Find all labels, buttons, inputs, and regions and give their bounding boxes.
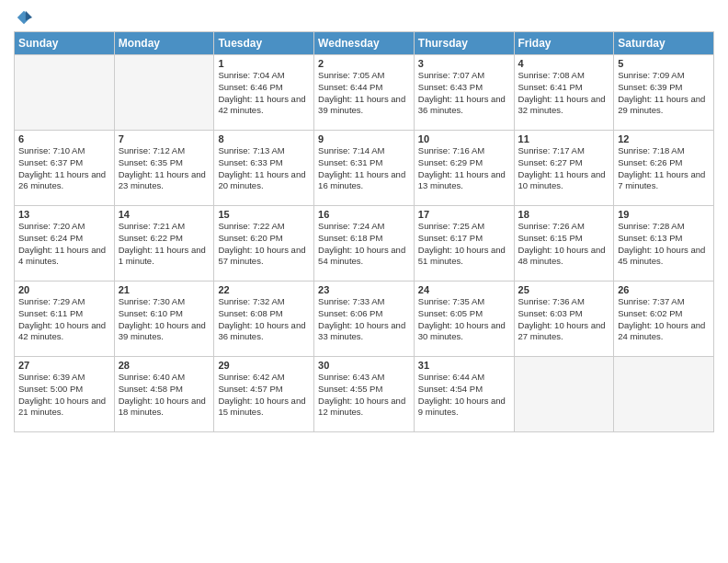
day-info: Sunrise: 7:16 AMSunset: 6:29 PMDaylight:… bbox=[418, 145, 510, 192]
day-number: 3 bbox=[418, 58, 510, 69]
day-number: 13 bbox=[18, 209, 110, 220]
day-info: Sunrise: 7:33 AMSunset: 6:06 PMDaylight:… bbox=[318, 296, 410, 343]
day-number: 9 bbox=[318, 133, 410, 144]
day-info: Sunrise: 7:22 AMSunset: 6:20 PMDaylight:… bbox=[218, 221, 310, 268]
day-info: Sunrise: 7:26 AMSunset: 6:15 PMDaylight:… bbox=[518, 221, 610, 268]
day-info: Sunrise: 6:44 AMSunset: 4:54 PMDaylight:… bbox=[418, 372, 510, 419]
day-info: Sunrise: 6:42 AMSunset: 4:57 PMDaylight:… bbox=[218, 372, 310, 419]
calendar-cell: 14Sunrise: 7:21 AMSunset: 6:22 PMDayligh… bbox=[114, 206, 214, 282]
day-number: 30 bbox=[318, 360, 410, 371]
calendar-cell: 29Sunrise: 6:42 AMSunset: 4:57 PMDayligh… bbox=[214, 357, 314, 432]
calendar-cell: 5Sunrise: 7:09 AMSunset: 6:39 PMDaylight… bbox=[614, 55, 714, 131]
calendar-cell: 23Sunrise: 7:33 AMSunset: 6:06 PMDayligh… bbox=[314, 282, 415, 357]
calendar-cell: 2Sunrise: 7:05 AMSunset: 6:44 PMDaylight… bbox=[314, 55, 415, 131]
calendar-cell bbox=[114, 55, 214, 131]
calendar-week-row: 13Sunrise: 7:20 AMSunset: 6:24 PMDayligh… bbox=[15, 206, 714, 282]
day-number: 25 bbox=[518, 284, 610, 295]
calendar-cell: 12Sunrise: 7:18 AMSunset: 6:26 PMDayligh… bbox=[614, 131, 714, 206]
calendar-cell: 10Sunrise: 7:16 AMSunset: 6:29 PMDayligh… bbox=[414, 131, 514, 206]
day-info: Sunrise: 7:36 AMSunset: 6:03 PMDaylight:… bbox=[518, 296, 610, 343]
calendar-cell: 11Sunrise: 7:17 AMSunset: 6:27 PMDayligh… bbox=[514, 131, 614, 206]
calendar-cell: 17Sunrise: 7:25 AMSunset: 6:17 PMDayligh… bbox=[414, 206, 514, 282]
day-info: Sunrise: 7:13 AMSunset: 6:33 PMDaylight:… bbox=[218, 145, 310, 192]
day-number: 10 bbox=[418, 133, 510, 144]
day-info: Sunrise: 7:10 AMSunset: 6:37 PMDaylight:… bbox=[18, 145, 110, 192]
calendar-header-row: SundayMondayTuesdayWednesdayThursdayFrid… bbox=[15, 32, 714, 55]
day-info: Sunrise: 6:43 AMSunset: 4:55 PMDaylight:… bbox=[318, 372, 410, 419]
calendar-cell: 22Sunrise: 7:32 AMSunset: 6:08 PMDayligh… bbox=[214, 282, 314, 357]
day-info: Sunrise: 7:20 AMSunset: 6:24 PMDaylight:… bbox=[18, 221, 110, 268]
svg-marker-1 bbox=[26, 11, 32, 21]
calendar-cell: 3Sunrise: 7:07 AMSunset: 6:43 PMDaylight… bbox=[414, 55, 514, 131]
calendar-day-header: Friday bbox=[514, 32, 614, 55]
calendar: SundayMondayTuesdayWednesdayThursdayFrid… bbox=[14, 31, 714, 432]
day-number: 24 bbox=[418, 284, 510, 295]
day-info: Sunrise: 7:21 AMSunset: 6:22 PMDaylight:… bbox=[119, 221, 210, 268]
calendar-cell: 31Sunrise: 6:44 AMSunset: 4:54 PMDayligh… bbox=[414, 357, 514, 432]
day-info: Sunrise: 6:40 AMSunset: 4:58 PMDaylight:… bbox=[119, 372, 210, 419]
calendar-day-header: Tuesday bbox=[214, 32, 314, 55]
calendar-week-row: 6Sunrise: 7:10 AMSunset: 6:37 PMDaylight… bbox=[15, 131, 714, 206]
day-number: 23 bbox=[318, 284, 410, 295]
day-number: 18 bbox=[518, 209, 610, 220]
calendar-cell: 26Sunrise: 7:37 AMSunset: 6:02 PMDayligh… bbox=[614, 282, 714, 357]
calendar-cell: 13Sunrise: 7:20 AMSunset: 6:24 PMDayligh… bbox=[15, 206, 115, 282]
day-info: Sunrise: 7:30 AMSunset: 6:10 PMDaylight:… bbox=[119, 296, 210, 343]
day-number: 12 bbox=[618, 133, 710, 144]
day-number: 28 bbox=[119, 360, 210, 371]
calendar-day-header: Thursday bbox=[414, 32, 514, 55]
day-number: 15 bbox=[218, 209, 310, 220]
day-number: 22 bbox=[218, 284, 310, 295]
day-number: 31 bbox=[418, 360, 510, 371]
day-number: 7 bbox=[119, 133, 210, 144]
day-info: Sunrise: 7:28 AMSunset: 6:13 PMDaylight:… bbox=[618, 221, 710, 268]
day-number: 17 bbox=[418, 209, 510, 220]
day-number: 11 bbox=[518, 133, 610, 144]
calendar-cell: 20Sunrise: 7:29 AMSunset: 6:11 PMDayligh… bbox=[15, 282, 115, 357]
day-info: Sunrise: 7:32 AMSunset: 6:08 PMDaylight:… bbox=[218, 296, 310, 343]
day-number: 8 bbox=[218, 133, 310, 144]
day-number: 20 bbox=[18, 284, 110, 295]
day-number: 21 bbox=[119, 284, 210, 295]
calendar-cell: 6Sunrise: 7:10 AMSunset: 6:37 PMDaylight… bbox=[15, 131, 115, 206]
calendar-cell: 28Sunrise: 6:40 AMSunset: 4:58 PMDayligh… bbox=[114, 357, 214, 432]
calendar-cell: 30Sunrise: 6:43 AMSunset: 4:55 PMDayligh… bbox=[314, 357, 415, 432]
day-number: 2 bbox=[318, 58, 410, 69]
calendar-cell: 8Sunrise: 7:13 AMSunset: 6:33 PMDaylight… bbox=[214, 131, 314, 206]
calendar-week-row: 1Sunrise: 7:04 AMSunset: 6:46 PMDaylight… bbox=[15, 55, 714, 131]
day-number: 14 bbox=[119, 209, 210, 220]
day-info: Sunrise: 7:29 AMSunset: 6:11 PMDaylight:… bbox=[18, 296, 110, 343]
calendar-cell: 25Sunrise: 7:36 AMSunset: 6:03 PMDayligh… bbox=[514, 282, 614, 357]
calendar-day-header: Saturday bbox=[614, 32, 714, 55]
calendar-day-header: Sunday bbox=[15, 32, 115, 55]
day-info: Sunrise: 7:07 AMSunset: 6:43 PMDaylight:… bbox=[418, 70, 510, 117]
day-number: 4 bbox=[518, 58, 610, 69]
calendar-cell: 18Sunrise: 7:26 AMSunset: 6:15 PMDayligh… bbox=[514, 206, 614, 282]
logo-text bbox=[14, 9, 32, 26]
day-info: Sunrise: 7:35 AMSunset: 6:05 PMDaylight:… bbox=[418, 296, 510, 343]
calendar-cell: 7Sunrise: 7:12 AMSunset: 6:35 PMDaylight… bbox=[114, 131, 214, 206]
calendar-cell: 15Sunrise: 7:22 AMSunset: 6:20 PMDayligh… bbox=[214, 206, 314, 282]
day-info: Sunrise: 6:39 AMSunset: 5:00 PMDaylight:… bbox=[18, 372, 110, 419]
calendar-cell: 4Sunrise: 7:08 AMSunset: 6:41 PMDaylight… bbox=[514, 55, 614, 131]
calendar-cell bbox=[514, 357, 614, 432]
calendar-cell: 9Sunrise: 7:14 AMSunset: 6:31 PMDaylight… bbox=[314, 131, 415, 206]
calendar-cell: 24Sunrise: 7:35 AMSunset: 6:05 PMDayligh… bbox=[414, 282, 514, 357]
calendar-cell: 19Sunrise: 7:28 AMSunset: 6:13 PMDayligh… bbox=[614, 206, 714, 282]
day-info: Sunrise: 7:05 AMSunset: 6:44 PMDaylight:… bbox=[318, 70, 410, 117]
day-info: Sunrise: 7:24 AMSunset: 6:18 PMDaylight:… bbox=[318, 221, 410, 268]
day-info: Sunrise: 7:25 AMSunset: 6:17 PMDaylight:… bbox=[418, 221, 510, 268]
logo bbox=[14, 9, 32, 26]
calendar-cell: 21Sunrise: 7:30 AMSunset: 6:10 PMDayligh… bbox=[114, 282, 214, 357]
day-info: Sunrise: 7:04 AMSunset: 6:46 PMDaylight:… bbox=[218, 70, 310, 117]
calendar-cell: 16Sunrise: 7:24 AMSunset: 6:18 PMDayligh… bbox=[314, 206, 415, 282]
day-info: Sunrise: 7:18 AMSunset: 6:26 PMDaylight:… bbox=[618, 145, 710, 192]
calendar-week-row: 27Sunrise: 6:39 AMSunset: 5:00 PMDayligh… bbox=[15, 357, 714, 432]
calendar-cell bbox=[614, 357, 714, 432]
day-number: 16 bbox=[318, 209, 410, 220]
day-info: Sunrise: 7:37 AMSunset: 6:02 PMDaylight:… bbox=[618, 296, 710, 343]
day-number: 19 bbox=[618, 209, 710, 220]
logo-icon bbox=[16, 9, 32, 26]
calendar-day-header: Monday bbox=[114, 32, 214, 55]
calendar-week-row: 20Sunrise: 7:29 AMSunset: 6:11 PMDayligh… bbox=[15, 282, 714, 357]
